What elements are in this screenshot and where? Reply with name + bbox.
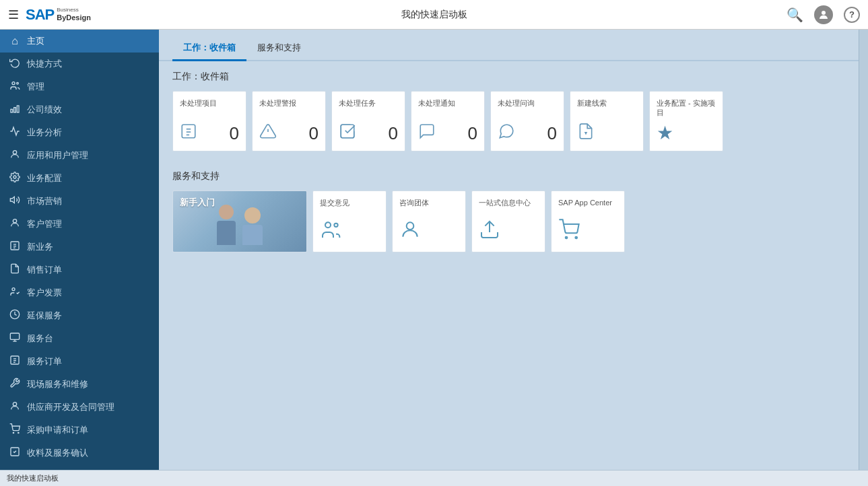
logo-bydesign: Business ByDesign xyxy=(57,7,91,22)
newbie-title: 新手入门 xyxy=(180,197,215,209)
supplier-contracts-icon xyxy=(8,401,22,414)
avatar[interactable] xyxy=(814,5,833,24)
sidebar-item-performance[interactable]: 公司绩效 xyxy=(0,98,159,121)
card-title: 未处理警报 xyxy=(259,98,319,117)
sidebar-item-purchase-orders[interactable]: 采购申请和订单 xyxy=(0,419,159,442)
svg-point-41 xyxy=(407,222,414,230)
menu-icon[interactable]: ☰ xyxy=(8,7,19,22)
card-unprocessed-items[interactable]: 未处理项目 0 xyxy=(172,91,246,151)
tab-work[interactable]: 工作：收件箱 xyxy=(172,36,246,61)
card-unprocessed-alerts[interactable]: 未处理警报 0 xyxy=(252,91,326,151)
sidebar-item-label: 新业务 xyxy=(27,241,53,253)
card-sap-app-center[interactable]: SAP App Center xyxy=(551,190,625,252)
card-title: 未处理通知 xyxy=(418,98,477,117)
svg-marker-38 xyxy=(585,132,587,135)
sidebar-item-app-user-mgmt[interactable]: 应用和用户管理 xyxy=(0,144,159,167)
sidebar-item-label: 业务配置 xyxy=(27,172,62,184)
card-unprocessed-inquiries[interactable]: 未处理问询 0 xyxy=(490,91,564,151)
svg-point-24 xyxy=(13,432,13,433)
card-count: 0 xyxy=(468,123,477,144)
sidebar-item-supplier-contracts[interactable]: 供应商开发及合同管理 xyxy=(0,396,159,419)
card-title: 未处理问询 xyxy=(498,98,557,117)
sidebar-item-management[interactable]: 管理 xyxy=(0,75,159,98)
sidebar-item-label: 市场营销 xyxy=(27,195,62,207)
marketing-icon xyxy=(8,195,22,208)
svg-point-40 xyxy=(334,223,337,227)
card-unprocessed-tasks[interactable]: 未处理任务 0 xyxy=(331,91,405,151)
work-section-title: 工作：收件箱 xyxy=(172,71,845,83)
home-icon: ⌂ xyxy=(8,35,22,47)
sidebar-item-label: 采购申请和订单 xyxy=(27,424,88,436)
card-title: 业务配置 - 实施项目 xyxy=(657,98,716,118)
card-body: 0 xyxy=(259,118,319,144)
sidebar-item-label: 延保服务 xyxy=(27,310,62,322)
card-feedback[interactable]: 提交意见 xyxy=(312,190,387,252)
purchase-orders-icon xyxy=(8,423,22,437)
card-body: 0 xyxy=(498,118,557,144)
app-user-icon xyxy=(8,149,22,162)
footer-label: 我的快速启动板 xyxy=(7,473,59,483)
work-section: 工作：收件箱 未处理项目 0 未处理警报 xyxy=(159,61,859,161)
card-unprocessed-notifications[interactable]: 未处理通知 0 xyxy=(411,91,485,151)
analysis-icon xyxy=(8,126,22,139)
card-icon: ★ xyxy=(657,122,673,144)
newbie-image: 新手入门 xyxy=(173,191,306,252)
sidebar-item-marketing[interactable]: 市场营销 xyxy=(0,190,159,213)
card-title: 未处理任务 xyxy=(339,98,398,117)
service-desk-icon xyxy=(8,332,22,345)
sidebar-item-service-orders[interactable]: 服务订单 xyxy=(0,350,159,373)
people-figure xyxy=(210,191,269,252)
card-icon xyxy=(577,123,595,144)
sidebar-item-warranty[interactable]: 延保服务 xyxy=(0,304,159,327)
help-icon[interactable]: ? xyxy=(844,7,860,23)
card-title: 提交意见 xyxy=(320,198,379,207)
sidebar-item-customer-mgmt[interactable]: 客户管理 xyxy=(0,213,159,236)
field-service-icon xyxy=(8,378,22,391)
person2 xyxy=(242,207,263,245)
sidebar-item-label: 收料及服务确认 xyxy=(27,447,88,459)
right-scrollbar[interactable] xyxy=(859,30,868,470)
card-icon xyxy=(479,219,538,245)
svg-marker-8 xyxy=(10,197,14,203)
card-title: 新建线索 xyxy=(577,98,636,117)
sidebar-item-home[interactable]: ⌂ 主页 xyxy=(0,30,159,53)
sidebar-item-shortcuts[interactable]: 快捷方式 xyxy=(0,53,159,75)
shortcuts-icon xyxy=(8,57,22,71)
svg-point-9 xyxy=(13,219,16,223)
card-icon xyxy=(180,123,197,144)
management-icon xyxy=(8,80,22,94)
sidebar-item-label: 客户管理 xyxy=(27,218,62,230)
card-info-center[interactable]: 一站式信息中心 xyxy=(471,190,545,252)
card-newbie[interactable]: 新手入门 xyxy=(172,190,307,252)
sidebar-item-analysis[interactable]: 业务分析 xyxy=(0,121,159,144)
warranty-icon xyxy=(8,309,22,322)
sidebar-item-label: 公司绩效 xyxy=(27,104,62,116)
sidebar-item-service-desk[interactable]: 服务台 xyxy=(0,327,159,350)
svg-rect-16 xyxy=(10,333,19,339)
tab-service[interactable]: 服务和支持 xyxy=(246,36,312,61)
sidebar-item-label: 快捷方式 xyxy=(27,58,62,70)
card-business-config[interactable]: 业务配置 - 实施项目 ★ xyxy=(649,91,723,151)
sidebar-item-sales-orders[interactable]: 销售订单 xyxy=(0,258,159,281)
search-icon[interactable]: 🔍 xyxy=(787,7,803,23)
sidebar-item-field-service[interactable]: 现场服务和维修 xyxy=(0,373,159,396)
sidebar-item-label: 服务台 xyxy=(27,333,53,345)
sidebar-item-customer-invoices[interactable]: 客户发票 xyxy=(0,281,159,304)
card-icon xyxy=(399,219,459,245)
card-consult-team[interactable]: 咨询团体 xyxy=(392,190,466,252)
svg-rect-31 xyxy=(182,125,195,138)
sidebar-item-config[interactable]: 业务配置 xyxy=(0,167,159,190)
svg-point-7 xyxy=(13,176,16,178)
tabs-bar: 工作：收件箱 服务和支持 xyxy=(159,30,859,61)
sidebar-item-new-business[interactable]: 新业务 xyxy=(0,236,159,258)
svg-point-0 xyxy=(822,11,826,15)
card-title: SAP App Center xyxy=(558,198,617,207)
card-new-leads[interactable]: 新建线索 xyxy=(570,91,644,151)
sidebar-item-supplier-invoices[interactable]: 供应商发票 xyxy=(0,464,159,470)
new-business-icon xyxy=(8,240,22,254)
svg-rect-3 xyxy=(11,109,13,112)
service-section-title: 服务和支持 xyxy=(172,170,845,182)
card-title: 一站式信息中心 xyxy=(479,198,538,207)
sidebar-item-receipt-confirm[interactable]: 收料及服务确认 xyxy=(0,442,159,464)
sidebar-item-label: 服务订单 xyxy=(27,355,62,368)
